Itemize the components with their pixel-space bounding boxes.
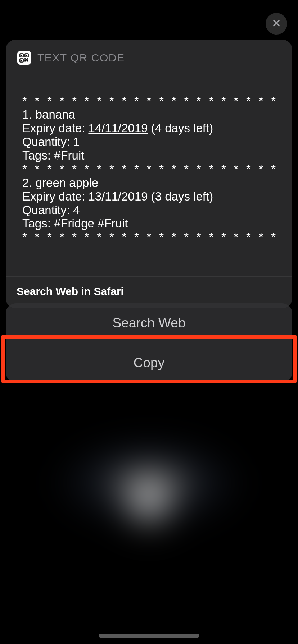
- card-header: TEXT QR CODE: [6, 40, 292, 65]
- close-button[interactable]: [266, 13, 287, 34]
- separator-line: * * * * * * * * * * * * * * * * * * * * …: [22, 94, 276, 108]
- list-item: 2. green apple Expiry date: 13/11/2019 (…: [22, 176, 276, 231]
- svg-rect-5: [26, 55, 27, 56]
- item-expiry: Expiry date: 13/11/2019 (3 days left): [22, 190, 276, 203]
- qr-text-content: * * * * * * * * * * * * * * * * * * * * …: [6, 65, 292, 276]
- search-web-button[interactable]: Search Web: [6, 303, 292, 343]
- item-tags: Tags: #Fruit: [22, 149, 276, 162]
- svg-rect-12: [26, 59, 27, 61]
- separator-line: * * * * * * * * * * * * * * * * * * * * …: [22, 162, 276, 176]
- separator-line: * * * * * * * * * * * * * * * * * * * * …: [22, 230, 276, 244]
- item-tags: Tags: #Fridge #Fruit: [22, 217, 276, 230]
- copy-button[interactable]: Copy: [6, 343, 292, 382]
- item-expiry: Expiry date: 14/11/2019 (4 days left): [22, 121, 276, 135]
- item-title: 1. banana: [22, 108, 276, 121]
- home-indicator[interactable]: [99, 634, 199, 638]
- svg-rect-3: [21, 55, 22, 56]
- expiry-date-link[interactable]: 14/11/2019: [88, 121, 148, 135]
- qr-code-icon: [17, 51, 31, 65]
- card-title: TEXT QR CODE: [37, 52, 125, 64]
- list-item: 1. banana Expiry date: 14/11/2019 (4 day…: [22, 108, 276, 162]
- item-title: 2. green apple: [22, 176, 276, 190]
- qr-result-card: TEXT QR CODE * * * * * * * * * * * * * *…: [6, 40, 292, 308]
- expiry-date-link[interactable]: 13/11/2019: [88, 190, 148, 203]
- item-quantity: Quantity: 4: [22, 203, 276, 217]
- svg-rect-7: [21, 60, 22, 61]
- action-button-group: Search Web Copy: [6, 303, 292, 382]
- close-icon: [272, 18, 281, 29]
- item-quantity: Quantity: 1: [22, 135, 276, 149]
